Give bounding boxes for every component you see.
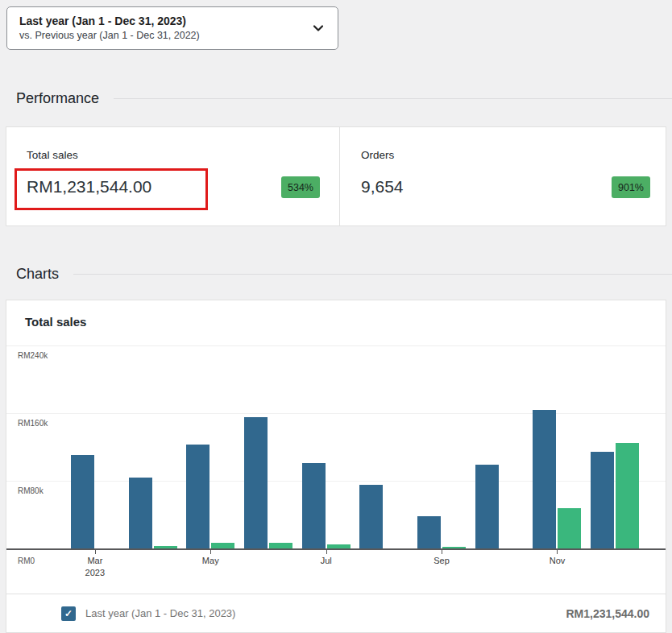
legend-label: Last year (Jan 1 - Dec 31, 2023) [85, 607, 235, 619]
orders-value: 9,654 [361, 177, 404, 197]
bar-group-mar[interactable] [66, 346, 124, 548]
bar-group-aug[interactable] [355, 346, 413, 548]
x-axis-cell: Sep [413, 550, 471, 594]
bar-group-sep[interactable] [413, 346, 471, 548]
x-axis-cell: Mar2023 [66, 550, 124, 594]
x-axis-tick-mark [442, 550, 442, 554]
bar [244, 417, 268, 548]
bar-group-oct[interactable] [471, 346, 529, 548]
performance-heading-text: Performance [16, 90, 99, 107]
bar-series [66, 346, 644, 548]
y-axis-tick-label: RM80k [18, 486, 44, 495]
x-axis-cell: Jul [297, 550, 355, 594]
bar [417, 516, 441, 548]
bar [211, 543, 234, 548]
x-axis-tick-label: Sep [413, 555, 471, 567]
bar [359, 485, 383, 548]
date-range-comparison: vs. Previous year (Jan 1 - Dec 31, 2022) [19, 29, 305, 43]
orders-delta-badge: 901% [612, 176, 650, 198]
summary-cards: Total sales RM1,231,544.00 534% Orders 9… [6, 126, 666, 226]
x-axis-tick-label: Nov [529, 555, 587, 567]
bar [558, 508, 581, 548]
legend-checkbox[interactable]: ✓ [61, 606, 76, 621]
date-range-primary: Last year (Jan 1 - Dec 31, 2023) [19, 14, 305, 29]
x-axis-cell [355, 550, 413, 594]
chart-plot-area: RM240kRM160kRM80k [6, 346, 666, 548]
x-axis-tick-label: May [181, 555, 239, 567]
bar-group-dec[interactable] [586, 346, 644, 548]
chart-title: Total sales [25, 315, 86, 329]
bar [129, 478, 152, 548]
bar [269, 543, 292, 548]
bar-group-jun[interactable] [239, 346, 297, 548]
bar-group-apr[interactable] [124, 346, 182, 548]
x-axis-cell [471, 550, 529, 594]
total-sales-delta-badge: 534% [281, 176, 320, 198]
x-axis-tick-mark [326, 550, 327, 554]
bar-group-may[interactable] [181, 346, 239, 548]
charts-heading: Charts [16, 263, 672, 285]
bar [71, 455, 94, 548]
bar-group-jul[interactable] [297, 346, 355, 548]
x-axis-tick-mark [557, 550, 558, 554]
total-sales-card[interactable]: Total sales RM1,231,544.00 534% [6, 127, 340, 225]
y-axis-tick-label: RM240k [18, 351, 48, 360]
x-axis-tick-label: Jul [297, 555, 355, 567]
bar [442, 547, 466, 548]
bar [186, 445, 209, 548]
date-range-dropdown[interactable]: Last year (Jan 1 - Dec 31, 2023) vs. Pre… [6, 6, 338, 50]
x-axis-tick-mark [95, 550, 96, 554]
bar-group-nov[interactable] [529, 346, 587, 548]
bar [533, 410, 556, 548]
x-axis-tick-label: Mar2023 [66, 555, 124, 579]
orders-card[interactable]: Orders 9,654 901% [340, 127, 666, 225]
legend-total-value: RM1,231,544.00 [566, 607, 649, 620]
x-axis: RM0 Mar2023MayJulSepNov [6, 550, 666, 594]
x-axis-cell: Nov [529, 550, 587, 594]
bar [302, 463, 326, 548]
x-axis-cell [586, 550, 644, 594]
chevron-down-icon [310, 20, 326, 36]
legend-row-last-year[interactable]: ✓ Last year (Jan 1 - Dec 31, 2023) RM1,2… [6, 594, 666, 632]
total-sales-label: Total sales [27, 149, 78, 161]
x-axis-cell: May [181, 550, 239, 594]
total-sales-value: RM1,231,544.00 [27, 177, 151, 197]
heading-divider [73, 274, 672, 275]
x-axis-tick-labels: Mar2023MayJulSepNov [66, 550, 644, 594]
analytics-page: Last year (Jan 1 - Dec 31, 2023) vs. Pre… [0, 0, 672, 633]
bar [154, 546, 177, 548]
y-axis-tick-label: RM160k [18, 419, 48, 428]
performance-heading: Performance [16, 87, 672, 110]
total-sales-chart-panel: Total sales RM240kRM160kRM80k RM0 Mar202… [6, 300, 666, 633]
x-axis-cell [124, 550, 182, 594]
bar [591, 452, 614, 548]
charts-heading-text: Charts [16, 266, 59, 283]
chart-header: Total sales [6, 300, 666, 346]
orders-label: Orders [361, 149, 394, 161]
bar [475, 465, 499, 548]
y-zero-label: RM0 [18, 556, 35, 565]
x-axis-tick-mark [210, 550, 211, 554]
bar [616, 443, 639, 548]
x-axis-cell [239, 550, 297, 594]
heading-divider [114, 98, 672, 99]
bar [327, 544, 351, 548]
